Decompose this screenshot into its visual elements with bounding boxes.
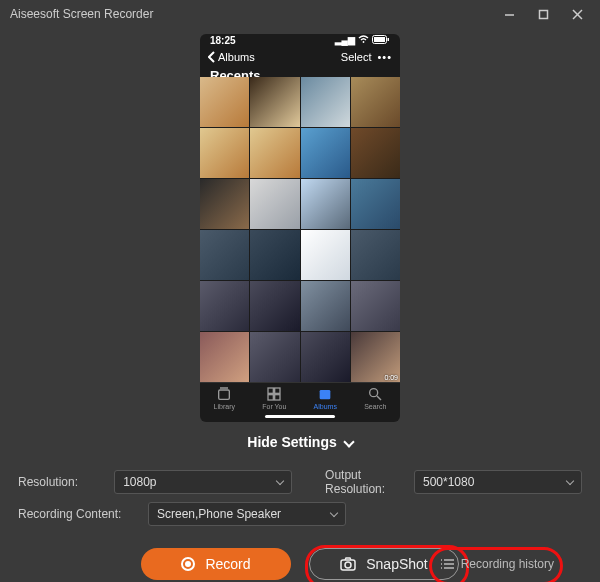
- settings-panel: Resolution: 1080p Output Resolution: 500…: [0, 462, 600, 582]
- recording-content-select[interactable]: Screen,Phone Speaker: [148, 502, 346, 526]
- chevron-down-icon: [566, 476, 574, 484]
- chevron-down-icon: [276, 476, 284, 484]
- tab-foryou[interactable]: For You: [262, 386, 286, 410]
- close-button[interactable]: [560, 0, 594, 28]
- output-resolution-value: 500*1080: [423, 475, 474, 489]
- record-label: Record: [205, 556, 250, 572]
- photo-thumb[interactable]: [351, 281, 400, 331]
- status-time: 18:25: [210, 35, 236, 46]
- status-icons: ▂▄▆: [335, 35, 390, 46]
- chevron-down-icon: [330, 508, 338, 516]
- phone-status-bar: 18:25 ▂▄▆: [200, 34, 400, 46]
- photo-thumb[interactable]: [351, 230, 400, 280]
- record-icon: [181, 557, 195, 571]
- chevron-left-icon: [208, 51, 216, 63]
- preview-area: 18:25 ▂▄▆ Albums Select: [0, 28, 600, 422]
- svg-rect-1: [539, 10, 547, 18]
- svg-rect-12: [275, 395, 280, 400]
- photo-thumb[interactable]: [200, 332, 249, 382]
- search-icon: [367, 386, 383, 402]
- photo-thumb[interactable]: [351, 77, 400, 127]
- home-indicator: [265, 415, 335, 418]
- photo-thumb[interactable]: [301, 128, 350, 178]
- photo-thumb[interactable]: [200, 128, 249, 178]
- photo-thumb[interactable]: [351, 128, 400, 178]
- minimize-icon: [504, 9, 515, 20]
- svg-rect-13: [320, 390, 331, 399]
- svg-rect-9: [268, 388, 273, 393]
- back-button[interactable]: Albums: [208, 51, 255, 63]
- photo-thumb[interactable]: [250, 332, 299, 382]
- svg-rect-8: [219, 390, 230, 399]
- photo-grid: 0:09: [200, 67, 400, 382]
- resolution-value: 1080p: [123, 475, 156, 489]
- recording-content-label: Recording Content:: [18, 507, 138, 521]
- svg-point-14: [370, 389, 378, 397]
- photo-thumb[interactable]: [200, 77, 249, 127]
- photo-thumb[interactable]: [200, 281, 249, 331]
- svg-rect-7: [388, 38, 390, 41]
- record-button[interactable]: Record: [141, 548, 291, 580]
- tab-library[interactable]: Library: [214, 386, 235, 410]
- photo-thumb[interactable]: [301, 179, 350, 229]
- tab-albums[interactable]: Albums: [314, 386, 337, 410]
- minimize-button[interactable]: [492, 0, 526, 28]
- app-window: Aiseesoft Screen Recorder 18:25 ▂▄▆: [0, 0, 600, 582]
- library-icon: [216, 386, 232, 402]
- snapshot-label: SnapShot: [366, 556, 428, 572]
- resolution-select[interactable]: 1080p: [114, 470, 292, 494]
- titlebar: Aiseesoft Screen Recorder: [0, 0, 600, 28]
- maximize-button[interactable]: [526, 0, 560, 28]
- output-resolution-select[interactable]: 500*1080: [414, 470, 582, 494]
- svg-rect-6: [374, 37, 385, 42]
- photo-thumb[interactable]: [250, 281, 299, 331]
- history-label: Recording history: [461, 557, 554, 571]
- phone-preview: 18:25 ▂▄▆ Albums Select: [200, 34, 400, 422]
- albums-icon: [317, 386, 333, 402]
- photo-thumb[interactable]: 0:09: [351, 332, 400, 382]
- hide-settings-label: Hide Settings: [247, 434, 336, 450]
- recording-content-value: Screen,Phone Speaker: [157, 507, 281, 521]
- svg-point-4: [363, 41, 365, 43]
- maximize-icon: [538, 9, 549, 20]
- recording-history-button[interactable]: Recording history: [433, 550, 562, 578]
- output-resolution-label: Output Resolution:: [325, 468, 404, 496]
- chevron-down-icon: [343, 436, 354, 447]
- resolution-label: Resolution:: [18, 475, 104, 489]
- foryou-icon: [266, 386, 282, 402]
- photo-thumb[interactable]: [301, 77, 350, 127]
- camera-icon: [340, 557, 356, 571]
- tab-label: For You: [262, 403, 286, 410]
- select-button[interactable]: Select: [341, 51, 372, 63]
- photo-thumb[interactable]: [200, 230, 249, 280]
- signal-icon: ▂▄▆: [335, 35, 355, 45]
- svg-rect-10: [275, 388, 280, 393]
- window-title: Aiseesoft Screen Recorder: [10, 7, 153, 21]
- tab-label: Library: [214, 403, 235, 410]
- svg-rect-11: [268, 395, 273, 400]
- wifi-icon: [358, 35, 369, 46]
- close-icon: [572, 9, 583, 20]
- battery-icon: [372, 35, 390, 46]
- photo-thumb[interactable]: [250, 128, 299, 178]
- svg-point-17: [345, 562, 351, 568]
- photo-thumb[interactable]: [301, 281, 350, 331]
- photo-thumb[interactable]: [301, 230, 350, 280]
- list-icon: [441, 558, 455, 570]
- tab-search[interactable]: Search: [364, 386, 386, 410]
- tab-label: Search: [364, 403, 386, 410]
- hide-settings-toggle[interactable]: Hide Settings: [0, 422, 600, 462]
- more-button[interactable]: •••: [377, 51, 392, 63]
- phone-nav: Albums Select ••• Recents: [200, 46, 400, 67]
- phone-tabbar: Library For You Albums Search: [200, 382, 400, 413]
- tab-label: Albums: [314, 403, 337, 410]
- photo-thumb[interactable]: [250, 179, 299, 229]
- back-label: Albums: [218, 51, 255, 63]
- photo-thumb[interactable]: [351, 179, 400, 229]
- photo-thumb[interactable]: [250, 230, 299, 280]
- button-row: Record SnapShot Recording history: [18, 544, 582, 582]
- video-duration: 0:09: [384, 374, 398, 381]
- photo-thumb[interactable]: [200, 179, 249, 229]
- photo-thumb[interactable]: [301, 332, 350, 382]
- photo-thumb[interactable]: [250, 77, 299, 127]
